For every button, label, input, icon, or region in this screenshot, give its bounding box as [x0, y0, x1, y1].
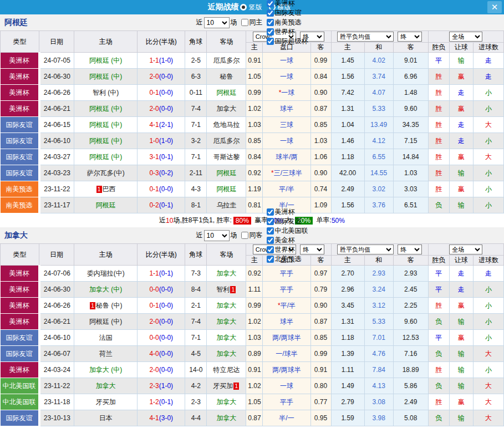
- avg-draw-cell: 3.76: [364, 197, 393, 213]
- league-filter-option[interactable]: 国际超级杯: [264, 37, 308, 46]
- fulltime-score: 0-0: [149, 334, 159, 342]
- league-filter-option[interactable]: 国际友谊: [264, 8, 308, 18]
- fullmatch-select[interactable]: 全场: [449, 32, 482, 42]
- league-label: 世界杯: [275, 27, 295, 37]
- recent-count-select[interactable]: 10: [204, 17, 230, 28]
- halftime-score: (0-0): [159, 334, 173, 342]
- same-venue-checkbox[interactable]: [241, 232, 248, 239]
- handicap-cell: 一球: [263, 378, 310, 394]
- corners-cell: 2-11: [185, 165, 207, 181]
- handicap-result-cell: 输: [449, 410, 473, 426]
- away-team-cell: 加拿大: [207, 410, 246, 426]
- fulltime-score: 2-0: [149, 318, 159, 325]
- avg-type-select[interactable]: 胜平负均值: [337, 244, 394, 254]
- league-checkbox[interactable]: [267, 218, 274, 225]
- match-row: 国际友谊24-06-07荷兰4-0(0-0)4-5加拿大0.89一/球半0.99…: [1, 346, 504, 362]
- match-row: 国际友谊24-03-27阿根廷 (中)3-1(0-1)7-1哥斯达黎0.84球半…: [1, 149, 504, 165]
- goals-result-cell: 大: [473, 378, 503, 394]
- goals-result-cell: 小: [473, 282, 503, 298]
- league-filter-option[interactable]: 美洲杯: [264, 207, 308, 217]
- avg-home-cell: 1.56: [331, 69, 364, 85]
- avg-away-cell: 6.51: [393, 197, 428, 213]
- league-filter-option[interactable]: 国际友谊: [264, 217, 308, 226]
- away-odds-cell: 0.84: [310, 69, 331, 85]
- avg-type-select[interactable]: 胜平负均值: [337, 32, 394, 42]
- league-checkbox[interactable]: [267, 28, 274, 35]
- sub-col-handicap-result: 让球: [449, 43, 473, 53]
- avg-draw-cell: 7.01: [364, 330, 393, 346]
- handicap-label: 一球: [281, 89, 294, 96]
- corners-cell: 7-3: [185, 266, 207, 282]
- goals-result-cell: 小: [473, 362, 503, 378]
- close-button[interactable]: ✕: [487, 1, 502, 13]
- league-filter-option[interactable]: 世界杯: [264, 27, 308, 37]
- handicap-result-cell: 输: [449, 53, 473, 69]
- same-venue-option[interactable]: 同主: [238, 18, 263, 27]
- col-type: 类型: [1, 244, 39, 266]
- away-team-cell: 加拿大: [207, 394, 246, 410]
- halftime-score: (0-0): [159, 89, 173, 96]
- match-type-cell: 美洲杯: [1, 69, 39, 85]
- avg-group-header: 胜平负均值 终: [331, 244, 428, 256]
- avg-draw-cell: 4.13: [364, 378, 393, 394]
- score-cell: 4-1(2-1): [138, 117, 185, 133]
- league-filter-option[interactable]: 世界杯: [264, 245, 308, 254]
- team-label: 加拿大: [216, 398, 236, 406]
- date-cell: 23-11-22: [39, 181, 74, 197]
- goals-result-cell: 小: [473, 85, 503, 101]
- halftime-score: (3-0): [159, 414, 173, 422]
- score-cell: 1-1(0-1): [138, 266, 185, 282]
- match-row: 国际友谊23-10-13日本4-1(3-0)4-4加拿大0.87半/一0.951…: [1, 410, 504, 426]
- col-type: 类型: [1, 31, 39, 53]
- league-checkbox[interactable]: [267, 208, 274, 216]
- fullmatch-select[interactable]: 全场: [449, 244, 482, 254]
- league-checkbox[interactable]: [267, 237, 274, 244]
- corners-cell: 4-2: [185, 378, 207, 394]
- away-team-cell: 加拿大: [207, 330, 246, 346]
- team-label: 加拿大: [216, 302, 236, 309]
- handicap-label: 一/球半: [276, 350, 297, 358]
- handicap-result-cell: 赢: [449, 394, 473, 410]
- avg-stage-select[interactable]: 终: [398, 32, 422, 42]
- goals-result-cell: 小: [473, 101, 503, 117]
- league-filter-option[interactable]: 南美预选: [264, 18, 308, 27]
- recent-count-select[interactable]: 10: [204, 230, 230, 241]
- team-label: 特立尼达: [213, 366, 240, 374]
- avg-home-cell: 2.96: [331, 282, 364, 298]
- home-odds-cell: 0.87: [246, 410, 263, 426]
- avg-away-cell: 2.93: [393, 266, 428, 282]
- home-odds-cell: 1.03: [246, 117, 263, 133]
- league-label: 美洲杯: [275, 0, 295, 8]
- winlose-result-cell: 平: [428, 53, 449, 69]
- league-checkbox[interactable]: [267, 38, 274, 45]
- league-checkbox[interactable]: [267, 9, 274, 17]
- winlose-result-cell: 负: [428, 410, 449, 426]
- fulltime-score: 4-1: [149, 414, 159, 422]
- league-checkbox[interactable]: [267, 246, 274, 253]
- league-checkbox[interactable]: [267, 19, 274, 26]
- league-filter-option[interactable]: 美金杯: [264, 236, 308, 245]
- goals-result-cell: 大: [473, 149, 503, 165]
- same-venue-checkbox[interactable]: [241, 19, 248, 26]
- winlose-result-cell: 胜: [428, 394, 449, 410]
- col-date: 日期: [39, 244, 74, 266]
- red-card-badge: 1: [96, 186, 102, 193]
- league-filter-option[interactable]: 中北美国联: [264, 226, 308, 236]
- away-odds-cell: 0.90: [310, 85, 331, 101]
- avg-home-cell: 1.59: [331, 410, 364, 426]
- league-filter-option[interactable]: 北美预选: [264, 254, 308, 264]
- league-filter-option[interactable]: 美洲杯: [264, 0, 308, 8]
- league-checkbox[interactable]: [267, 0, 274, 7]
- handicap-cell: 半/一: [263, 410, 310, 426]
- away-team-cell: 阿根廷: [207, 85, 246, 101]
- handicap-label: 半/一: [279, 414, 294, 422]
- halftime-score: (1-0): [159, 382, 173, 390]
- same-venue-option[interactable]: 同客: [238, 231, 263, 240]
- league-checkbox[interactable]: [267, 256, 274, 263]
- league-checkbox[interactable]: [267, 227, 274, 235]
- handicap-cell: 球半/两: [263, 149, 310, 165]
- avg-stage-select[interactable]: 终: [398, 244, 422, 254]
- near-label: 近: [196, 18, 203, 27]
- corners-cell: 8-4: [185, 282, 207, 298]
- handicap-label: 球半: [280, 318, 293, 325]
